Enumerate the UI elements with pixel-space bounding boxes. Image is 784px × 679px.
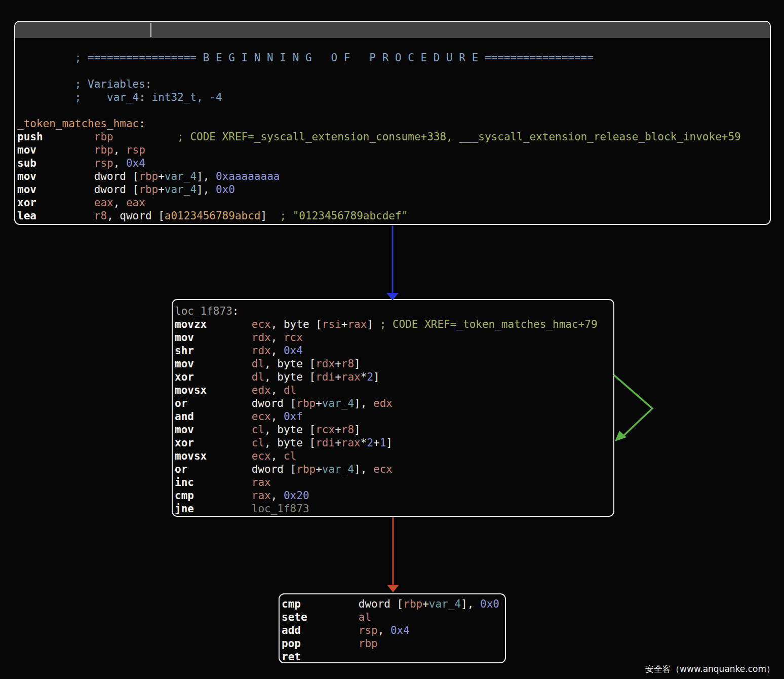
code-token-pl: *: [361, 371, 367, 383]
code-token-num: 2: [367, 371, 373, 383]
code-token-pl: +: [158, 183, 165, 196]
code-token-dat: a0123456789abcd: [165, 210, 261, 222]
code-token-lbl: _token_matches_hmac: [17, 118, 139, 130]
code-token-pl: +: [335, 358, 341, 370]
code-line[interactable]: inc rax: [175, 476, 613, 489]
code-token-pl: [301, 637, 359, 650]
code-line[interactable]: and ecx, 0xf: [175, 410, 613, 423]
code-line[interactable]: mov rdx, rcx: [175, 331, 613, 344]
code-token-pl: ,: [113, 197, 126, 209]
code-token-reg: rbp: [403, 598, 422, 610]
code-token-cmt: ; CODE XREF=_token_matches_hmac+79: [380, 318, 598, 330]
code-token-reg: rdi: [316, 371, 335, 383]
code-token-pl: ,: [113, 157, 126, 169]
code-line[interactable]: lea r8, qword [a0123456789abcd] ; "01234…: [17, 209, 770, 222]
code-line[interactable]: shr rdx, 0x4: [175, 344, 613, 357]
code-token-var: var_4: [165, 183, 197, 196]
code-token-pl: +: [158, 170, 165, 182]
code-token-reg: r8: [94, 210, 107, 222]
code-line[interactable]: movzx ecx, byte [rsi+rax] ; CODE XREF=_t…: [175, 318, 613, 331]
code-line[interactable]: loc_1f873:: [175, 305, 613, 318]
code-token-reg: rax: [347, 318, 367, 330]
code-token-pl: ]: [386, 437, 393, 449]
code-line[interactable]: cmp dword [rbp+var_4], 0x0: [282, 597, 505, 611]
code-token-var: var_4: [165, 170, 197, 182]
code-token-pl: :: [139, 118, 145, 130]
code-token-reg: rax: [252, 476, 271, 488]
code-token-pl: ],: [354, 463, 373, 475]
edge-loop-back-arrow: [614, 375, 652, 441]
code-line[interactable]: or dword [rbp+var_4], edx: [175, 397, 613, 410]
basic-block-loop[interactable]: loc_1f873:movzx ecx, byte [rsi+rax] ; CO…: [172, 299, 614, 517]
code-line[interactable]: cmp rax, 0x20: [175, 489, 613, 502]
code-line[interactable]: or dword [rbp+var_4], ecx: [175, 463, 613, 476]
code-token-reg: cl: [252, 424, 264, 436]
code-token-num: 1: [380, 437, 386, 449]
code-token-pl: +: [316, 397, 322, 409]
code-token-pl: ]: [260, 210, 280, 222]
code-line[interactable]: sete al: [282, 611, 505, 624]
code-token-num: 0xf: [284, 410, 303, 423]
code-token-var: var_4: [429, 598, 461, 610]
code-token-num: 0x4: [390, 624, 410, 636]
code-token-reg: rdi: [316, 437, 335, 449]
code-line[interactable]: ; ================= B E G I N N I N G O …: [17, 51, 770, 64]
code-line[interactable]: [17, 104, 770, 117]
code-token-pl: ,: [378, 624, 390, 636]
code-line[interactable]: xor cl, byte [rdi+rax*2+1]: [175, 436, 613, 449]
code-line[interactable]: xor eax, eax: [17, 196, 770, 209]
edge-entry-to-loop-arrow: [386, 225, 399, 300]
code-line[interactable]: sub rsp, 0x4: [17, 157, 770, 170]
code-token-mn: shr: [175, 345, 194, 357]
code-token-pl: [307, 611, 359, 623]
code-line[interactable]: pop rbp: [282, 637, 505, 650]
code-token-reg: rsp: [126, 144, 145, 156]
code-line[interactable]: movsx ecx, cl: [175, 449, 613, 463]
code-token-reg: rbp: [359, 637, 378, 650]
code-token-pl: [194, 424, 252, 436]
code-line[interactable]: ; Variables:: [17, 78, 770, 91]
code-line[interactable]: mov dl, byte [rdx+r8]: [175, 357, 613, 370]
code-token-reg: rax: [341, 371, 361, 383]
code-token-reg: rbp: [94, 131, 113, 143]
code-line[interactable]: ret: [282, 650, 505, 663]
code-token-pl: ]: [367, 318, 379, 330]
code-token-reg: ecx: [252, 410, 271, 423]
code-line[interactable]: [17, 64, 770, 78]
code-line[interactable]: push rbp ; CODE XREF=_syscall_extension_…: [17, 130, 770, 143]
code-line[interactable]: mov rbp, rsp: [17, 143, 770, 157]
code-token-reg: al: [359, 611, 371, 623]
code-token-num: 0x20: [284, 489, 309, 502]
code-token-pl: ]: [354, 358, 361, 370]
code-token-reg: eax: [94, 197, 113, 209]
code-line[interactable]: mov dword [rbp+var_4], 0x0: [17, 183, 770, 196]
code-token-reg: rdx: [316, 358, 335, 370]
code-token-reg: rcx: [284, 331, 303, 344]
code-token-reg: cl: [252, 437, 264, 449]
code-line[interactable]: add rsp, 0x4: [282, 624, 505, 637]
code-token-reg: rbp: [139, 170, 158, 182]
window-titlebar[interactable]: [15, 22, 770, 38]
code-token-mn: add: [282, 624, 301, 636]
code-line[interactable]: mov cl, byte [rcx+r8]: [175, 423, 613, 436]
code-token-mn: push: [17, 131, 43, 143]
code-line[interactable]: movsx edx, dl: [175, 384, 613, 397]
code-token-pl: [194, 345, 252, 357]
basic-block-exit[interactable]: cmp dword [rbp+var_4], 0x0sete aladd rsp…: [279, 593, 506, 663]
code-token-pl: , byte [: [264, 424, 316, 436]
code-token-pl: dword [: [36, 170, 139, 182]
code-token-mn: mov: [17, 183, 36, 196]
code-token-locref: loc_1f873: [252, 503, 309, 515]
code-token-mn: mov: [175, 358, 194, 370]
code-line[interactable]: _token_matches_hmac:: [17, 117, 770, 130]
code-token-pl: [194, 489, 252, 502]
basic-block-entry[interactable]: ; ================= B E G I N N I N G O …: [14, 21, 771, 225]
code-line[interactable]: xor dl, byte [rdi+rax*2]: [175, 370, 613, 384]
code-token-reg: rbp: [296, 397, 316, 409]
code-line[interactable]: mov dword [rbp+var_4], 0xaaaaaaaa: [17, 170, 770, 183]
code-line[interactable]: jne loc_1f873: [175, 502, 613, 515]
code-line[interactable]: ; var_4: int32_t, -4: [17, 91, 770, 104]
code-token-mn: jne: [175, 503, 194, 515]
code-token-mn: movzx: [175, 318, 207, 330]
code-token-pl: , qword [: [107, 210, 165, 222]
